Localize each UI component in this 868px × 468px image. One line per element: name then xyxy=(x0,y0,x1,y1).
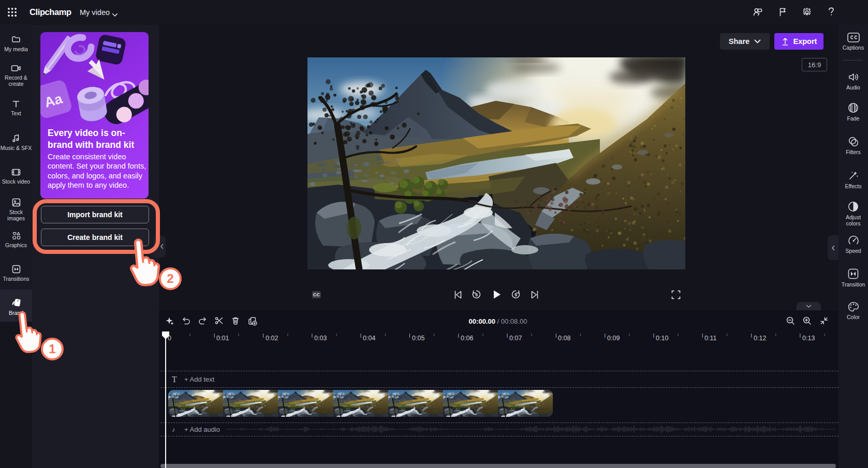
svg-text:5: 5 xyxy=(514,292,517,297)
svg-text:5: 5 xyxy=(475,292,478,297)
